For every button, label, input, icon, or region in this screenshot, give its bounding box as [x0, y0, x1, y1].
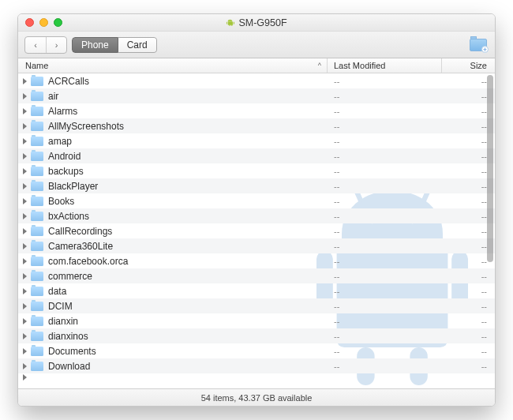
scrollbar-thumb[interactable]	[487, 75, 493, 262]
file-name: AllMyScreenshots	[48, 121, 124, 132]
disclosure-triangle-icon[interactable]	[23, 108, 27, 114]
table-row[interactable]: data----	[18, 283, 495, 298]
tab-card[interactable]: Card	[118, 37, 157, 53]
table-row[interactable]: dianxin----	[18, 313, 495, 328]
folder-plus-icon: +	[470, 39, 487, 51]
file-list[interactable]: ACRCalls----air----Alarms----AllMyScreen…	[18, 73, 495, 388]
zoom-button[interactable]	[54, 18, 62, 27]
disclosure-triangle-icon[interactable]	[23, 168, 27, 174]
disclosure-triangle-icon[interactable]	[23, 363, 27, 369]
disclosure-triangle-icon[interactable]	[23, 258, 27, 264]
titlebar[interactable]: SM-G950F	[18, 14, 495, 32]
folder-icon	[31, 272, 43, 281]
folder-icon	[31, 287, 43, 296]
table-row[interactable]: dianxinos----	[18, 328, 495, 343]
tab-phone[interactable]: Phone	[72, 37, 118, 53]
file-name: CallRecordings	[48, 226, 112, 237]
file-name: Camera360Lite	[48, 241, 113, 252]
back-button[interactable]: ‹	[25, 37, 46, 53]
table-row[interactable]: com.facebook.orca----	[18, 253, 495, 268]
file-name: com.facebook.orca	[48, 256, 128, 267]
table-row[interactable]: Alarms----	[18, 103, 495, 118]
disclosure-triangle-icon[interactable]	[23, 273, 27, 279]
column-header-name[interactable]: Name ^	[18, 58, 328, 73]
file-rows: ACRCalls----air----Alarms----AllMyScreen…	[18, 73, 495, 381]
file-name: dianxinos	[48, 331, 88, 342]
table-row[interactable]: AllMyScreenshots----	[18, 118, 495, 133]
sort-indicator-icon: ^	[318, 62, 321, 69]
cell-modified: --	[328, 347, 442, 356]
window-controls	[18, 18, 62, 27]
scrollbar[interactable]	[487, 75, 493, 387]
cell-modified: --	[328, 152, 442, 161]
table-row[interactable]: Books----	[18, 193, 495, 208]
disclosure-triangle-icon[interactable]	[23, 198, 27, 204]
folder-icon	[31, 347, 43, 356]
folder-icon	[31, 302, 43, 311]
file-name: Download	[48, 361, 90, 372]
close-button[interactable]	[25, 18, 34, 27]
folder-icon	[31, 257, 43, 266]
table-row[interactable]: DCIM----	[18, 298, 495, 313]
disclosure-triangle-icon[interactable]	[23, 183, 27, 189]
cell-modified: --	[328, 77, 442, 86]
cell-modified: --	[328, 287, 442, 296]
cell-modified: --	[328, 257, 442, 266]
table-row[interactable]: BlackPlayer----	[18, 178, 495, 193]
table-row[interactable]: commerce----	[18, 268, 495, 283]
file-browser-window: SM-G950F ‹ › Phone Card + Name ^ Last Mo…	[17, 13, 496, 407]
cell-modified: --	[328, 122, 442, 131]
disclosure-triangle-icon[interactable]	[23, 153, 27, 159]
table-row[interactable]: amap----	[18, 133, 495, 148]
table-row[interactable]: CallRecordings----	[18, 223, 495, 238]
table-row[interactable]: Camera360Lite----	[18, 238, 495, 253]
table-row[interactable]: air----	[18, 88, 495, 103]
window-title: SM-G950F	[18, 17, 495, 28]
disclosure-triangle-icon[interactable]	[23, 318, 27, 324]
table-row[interactable]: bxActions----	[18, 208, 495, 223]
toolbar: ‹ › Phone Card +	[18, 32, 495, 58]
folder-icon	[31, 122, 43, 131]
cell-modified: --	[328, 272, 442, 281]
file-name: dianxin	[48, 316, 78, 327]
cell-modified: --	[328, 332, 442, 341]
cell-modified: --	[328, 242, 442, 251]
folder-icon	[31, 167, 43, 176]
cell-modified: --	[328, 197, 442, 206]
table-row[interactable]: Download----	[18, 358, 495, 373]
file-name: Books	[48, 196, 74, 207]
disclosure-triangle-icon[interactable]	[23, 138, 27, 144]
cell-modified: --	[328, 317, 442, 326]
folder-icon	[31, 92, 43, 101]
file-name: air	[48, 91, 58, 102]
disclosure-triangle-icon[interactable]	[23, 333, 27, 339]
android-icon	[226, 18, 234, 27]
disclosure-triangle-icon[interactable]	[23, 374, 27, 381]
disclosure-triangle-icon[interactable]	[23, 348, 27, 354]
table-row[interactable]	[18, 373, 495, 381]
disclosure-triangle-icon[interactable]	[23, 123, 27, 129]
cell-modified: --	[328, 227, 442, 236]
file-name: Alarms	[48, 106, 77, 117]
table-row[interactable]: Android----	[18, 148, 495, 163]
column-header-modified[interactable]: Last Modified	[328, 58, 442, 73]
folder-icon	[31, 242, 43, 251]
disclosure-triangle-icon[interactable]	[23, 93, 27, 99]
cell-modified: --	[328, 212, 442, 221]
forward-button[interactable]: ›	[46, 37, 66, 53]
disclosure-triangle-icon[interactable]	[23, 78, 27, 84]
disclosure-triangle-icon[interactable]	[23, 213, 27, 219]
table-row[interactable]: Documents----	[18, 343, 495, 358]
disclosure-triangle-icon[interactable]	[23, 303, 27, 309]
column-headers: Name ^ Last Modified Size	[18, 58, 495, 73]
disclosure-triangle-icon[interactable]	[23, 243, 27, 249]
new-folder-button[interactable]: +	[468, 36, 489, 54]
minimize-button[interactable]	[39, 18, 48, 27]
table-row[interactable]: backups----	[18, 163, 495, 178]
table-row[interactable]: ACRCalls----	[18, 73, 495, 88]
disclosure-triangle-icon[interactable]	[23, 228, 27, 234]
cell-modified: --	[328, 182, 442, 191]
svg-point-0	[229, 21, 230, 21]
disclosure-triangle-icon[interactable]	[23, 288, 27, 294]
column-header-size[interactable]: Size	[442, 58, 495, 73]
